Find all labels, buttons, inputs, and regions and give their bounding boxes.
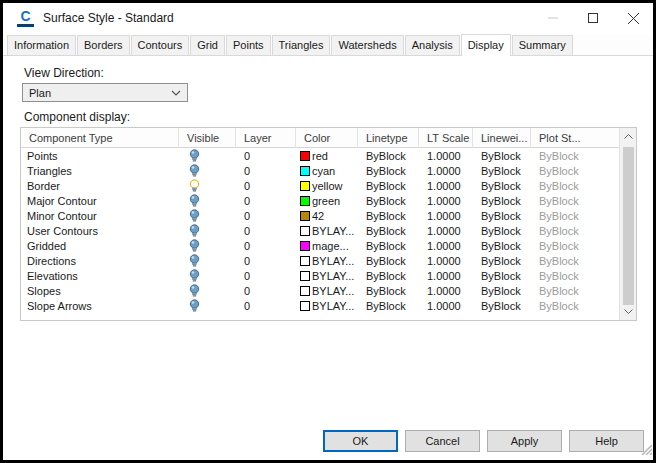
layer-cell[interactable]: 0 bbox=[236, 240, 296, 252]
table-row[interactable]: Minor Contour042ByBlock1.0000ByBlockByBl… bbox=[21, 208, 619, 223]
color-cell[interactable]: BYLAY... bbox=[296, 285, 358, 297]
layer-cell[interactable]: 0 bbox=[236, 165, 296, 177]
lt-scale-cell[interactable]: 1.0000 bbox=[419, 150, 473, 162]
tab-display[interactable]: Display bbox=[461, 34, 511, 56]
tab-grid[interactable]: Grid bbox=[190, 35, 225, 55]
visible-bulb-cell[interactable] bbox=[179, 149, 236, 163]
scroll-down-icon[interactable] bbox=[620, 303, 637, 320]
color-cell[interactable]: 42 bbox=[296, 210, 358, 222]
lineweight-cell[interactable]: ByBlock bbox=[473, 240, 531, 252]
color-cell[interactable]: green bbox=[296, 195, 358, 207]
color-cell[interactable]: cyan bbox=[296, 165, 358, 177]
table-row[interactable]: User Contours0BYLAY...ByBlock1.0000ByBlo… bbox=[21, 223, 619, 238]
table-row[interactable]: Slopes0BYLAY...ByBlock1.0000ByBlockByBlo… bbox=[21, 283, 619, 298]
lt-scale-cell[interactable]: 1.0000 bbox=[419, 180, 473, 192]
visible-bulb-cell[interactable] bbox=[179, 194, 236, 208]
view-direction-dropdown[interactable]: Plan bbox=[22, 83, 188, 102]
visible-bulb-cell[interactable] bbox=[179, 164, 236, 178]
lt-scale-cell[interactable]: 1.0000 bbox=[419, 270, 473, 282]
linetype-cell[interactable]: ByBlock bbox=[358, 285, 419, 297]
color-cell[interactable]: BYLAY... bbox=[296, 300, 358, 312]
color-cell[interactable]: BYLAY... bbox=[296, 270, 358, 282]
vertical-scrollbar[interactable] bbox=[619, 128, 636, 320]
cancel-button[interactable]: Cancel bbox=[405, 430, 480, 452]
visible-bulb-cell[interactable] bbox=[179, 224, 236, 238]
color-cell[interactable]: red bbox=[296, 150, 358, 162]
lt-scale-cell[interactable]: 1.0000 bbox=[419, 300, 473, 312]
layer-cell[interactable]: 0 bbox=[236, 270, 296, 282]
tab-summary[interactable]: Summary bbox=[512, 35, 573, 55]
linetype-cell[interactable]: ByBlock bbox=[358, 240, 419, 252]
lineweight-cell[interactable]: ByBlock bbox=[473, 225, 531, 237]
scrollbar-thumb[interactable] bbox=[623, 147, 634, 305]
table-row[interactable]: Gridded0mage...ByBlock1.0000ByBlockByBlo… bbox=[21, 238, 619, 253]
lt-scale-cell[interactable]: 1.0000 bbox=[419, 240, 473, 252]
linetype-cell[interactable]: ByBlock bbox=[358, 210, 419, 222]
tab-watersheds[interactable]: Watersheds bbox=[331, 35, 403, 55]
linetype-cell[interactable]: ByBlock bbox=[358, 195, 419, 207]
table-row[interactable]: Slope Arrows0BYLAY...ByBlock1.0000ByBloc… bbox=[21, 298, 619, 313]
lt-scale-cell[interactable]: 1.0000 bbox=[419, 225, 473, 237]
scroll-up-icon[interactable] bbox=[620, 128, 637, 145]
visible-bulb-cell[interactable] bbox=[179, 179, 236, 193]
layer-cell[interactable]: 0 bbox=[236, 225, 296, 237]
layer-cell[interactable]: 0 bbox=[236, 285, 296, 297]
tab-analysis[interactable]: Analysis bbox=[405, 35, 460, 55]
table-row[interactable]: Directions0BYLAY...ByBlock1.0000ByBlockB… bbox=[21, 253, 619, 268]
lt-scale-cell[interactable]: 1.0000 bbox=[419, 255, 473, 267]
tab-information[interactable]: Information bbox=[7, 35, 76, 55]
lineweight-cell[interactable]: ByBlock bbox=[473, 195, 531, 207]
visible-bulb-cell[interactable] bbox=[179, 299, 236, 313]
lt-scale-cell[interactable]: 1.0000 bbox=[419, 285, 473, 297]
linetype-cell[interactable]: ByBlock bbox=[358, 165, 419, 177]
lt-scale-cell[interactable]: 1.0000 bbox=[419, 210, 473, 222]
visible-bulb-cell[interactable] bbox=[179, 254, 236, 268]
table-row[interactable]: Points0redByBlock1.0000ByBlockByBlock bbox=[21, 148, 619, 163]
lineweight-cell[interactable]: ByBlock bbox=[473, 255, 531, 267]
table-row[interactable]: Border0yellowByBlock1.0000ByBlockByBlock bbox=[21, 178, 619, 193]
titlebar: C Surface Style - Standard bbox=[3, 3, 653, 33]
table-row[interactable]: Elevations0BYLAY...ByBlock1.0000ByBlockB… bbox=[21, 268, 619, 283]
lt-scale-cell[interactable]: 1.0000 bbox=[419, 195, 473, 207]
layer-cell[interactable]: 0 bbox=[236, 150, 296, 162]
lineweight-cell[interactable]: ByBlock bbox=[473, 210, 531, 222]
lt-scale-cell[interactable]: 1.0000 bbox=[419, 165, 473, 177]
lineweight-cell[interactable]: ByBlock bbox=[473, 150, 531, 162]
lineweight-cell[interactable]: ByBlock bbox=[473, 270, 531, 282]
visible-bulb-cell[interactable] bbox=[179, 239, 236, 253]
layer-cell[interactable]: 0 bbox=[236, 300, 296, 312]
tab-borders[interactable]: Borders bbox=[77, 35, 130, 55]
tab-contours[interactable]: Contours bbox=[131, 35, 190, 55]
visible-bulb-cell[interactable] bbox=[179, 209, 236, 223]
color-cell[interactable]: BYLAY... bbox=[296, 225, 358, 237]
layer-cell[interactable]: 0 bbox=[236, 210, 296, 222]
lineweight-cell[interactable]: ByBlock bbox=[473, 300, 531, 312]
table-row[interactable]: Triangles0cyanByBlock1.0000ByBlockByBloc… bbox=[21, 163, 619, 178]
linetype-cell[interactable]: ByBlock bbox=[358, 270, 419, 282]
close-button[interactable] bbox=[613, 3, 653, 33]
table-row[interactable]: Major Contour0greenByBlock1.0000ByBlockB… bbox=[21, 193, 619, 208]
color-cell[interactable]: BYLAY... bbox=[296, 255, 358, 267]
visible-bulb-cell[interactable] bbox=[179, 284, 236, 298]
linetype-cell[interactable]: ByBlock bbox=[358, 180, 419, 192]
linetype-cell[interactable]: ByBlock bbox=[358, 150, 419, 162]
layer-cell[interactable]: 0 bbox=[236, 195, 296, 207]
linetype-cell[interactable]: ByBlock bbox=[358, 225, 419, 237]
lineweight-cell[interactable]: ByBlock bbox=[473, 285, 531, 297]
ok-button[interactable]: OK bbox=[323, 430, 398, 452]
color-cell[interactable]: mage... bbox=[296, 240, 358, 252]
lineweight-cell[interactable]: ByBlock bbox=[473, 180, 531, 192]
layer-cell[interactable]: 0 bbox=[236, 180, 296, 192]
apply-button[interactable]: Apply bbox=[487, 430, 562, 452]
visible-bulb-cell[interactable] bbox=[179, 269, 236, 283]
maximize-button[interactable] bbox=[573, 3, 613, 33]
linetype-cell[interactable]: ByBlock bbox=[358, 255, 419, 267]
linetype-cell[interactable]: ByBlock bbox=[358, 300, 419, 312]
tab-triangles[interactable]: Triangles bbox=[272, 35, 331, 55]
color-cell[interactable]: yellow bbox=[296, 180, 358, 192]
layer-cell[interactable]: 0 bbox=[236, 255, 296, 267]
resize-grip-icon[interactable] bbox=[639, 441, 652, 459]
tab-points[interactable]: Points bbox=[226, 35, 271, 55]
lineweight-cell[interactable]: ByBlock bbox=[473, 165, 531, 177]
help-button[interactable]: Help bbox=[569, 430, 644, 452]
